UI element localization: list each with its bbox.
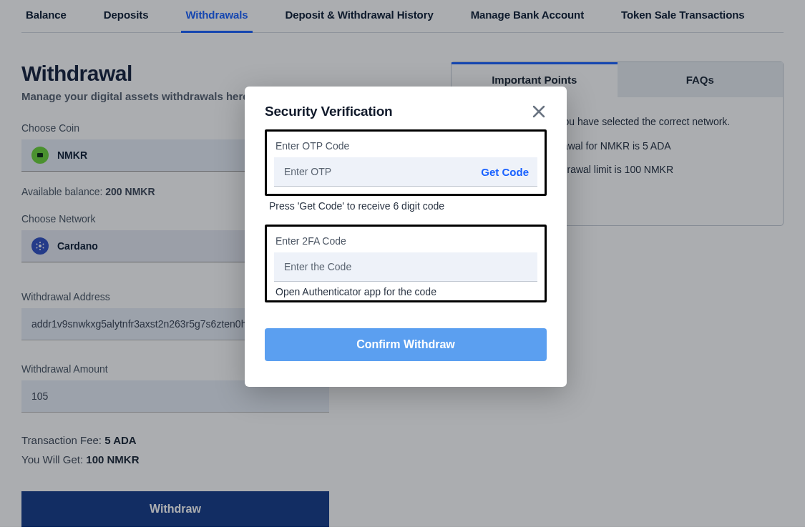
twofa-label: Enter 2FA Code	[275, 235, 536, 247]
otp-label: Enter OTP Code	[275, 140, 536, 152]
security-verification-modal: Security Verification Enter OTP Code Get…	[245, 87, 567, 387]
otp-input[interactable]	[283, 157, 481, 186]
otp-input-row: Get Code	[274, 157, 537, 187]
modal-title: Security Verification	[265, 104, 392, 119]
confirm-withdraw-button[interactable]: Confirm Withdraw	[265, 328, 547, 361]
otp-block: Enter OTP Code Get Code	[265, 129, 547, 196]
modal-header: Security Verification	[265, 104, 547, 119]
twofa-input[interactable]	[283, 252, 529, 281]
get-code-button[interactable]: Get Code	[481, 166, 529, 178]
close-icon[interactable]	[531, 104, 547, 119]
otp-hint: Press 'Get Code' to receive 6 digit code	[269, 200, 542, 212]
twofa-block: Enter 2FA Code Open Authenticator app fo…	[265, 225, 547, 302]
twofa-hint: Open Authenticator app for the code	[275, 286, 536, 299]
twofa-input-row	[274, 252, 537, 282]
